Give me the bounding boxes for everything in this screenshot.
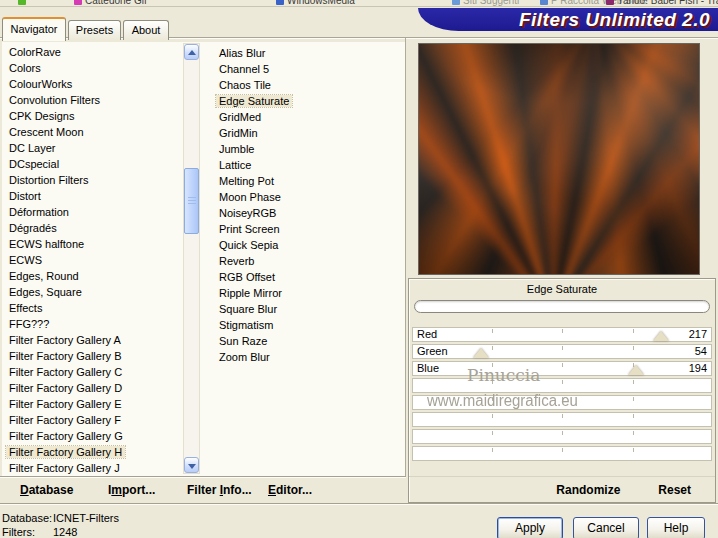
list-item[interactable]: Reverb — [216, 253, 402, 269]
list-item-label: Crescent Moon — [6, 126, 87, 138]
tab-presets[interactable]: Presets — [68, 20, 121, 40]
list-item[interactable]: Distort — [6, 188, 180, 204]
list-item[interactable]: Zoom Blur — [216, 349, 402, 365]
scrollbar-thumb[interactable] — [184, 168, 199, 234]
filter-info-button[interactable]: Filter Info... — [187, 483, 252, 497]
slider-track — [421, 379, 703, 392]
tab-navigator[interactable]: Navigator — [2, 17, 66, 41]
bookmark-item[interactable] — [18, 0, 29, 6]
slider-track — [421, 362, 703, 375]
list-item[interactable]: Edges, Round — [6, 268, 180, 284]
bookmark-item[interactable]: Cattedone Gif — [74, 0, 147, 6]
status-database-label: Database: — [2, 512, 53, 524]
slider-thumb-icon[interactable] — [473, 348, 489, 358]
list-item[interactable]: CPK Designs — [6, 108, 180, 124]
list-item[interactable]: Filter Factory Gallery C — [6, 364, 180, 380]
list-item[interactable]: Filter Factory Gallery E — [6, 396, 180, 412]
cancel-button[interactable]: Cancel — [573, 517, 639, 538]
list-item[interactable]: Edge Saturate — [216, 93, 402, 109]
list-item-label: Quick Sepia — [216, 239, 281, 251]
slider-tick — [492, 397, 493, 401]
list-item[interactable]: Filter Factory Gallery B — [6, 348, 180, 364]
editor-button[interactable]: Editor... — [268, 483, 312, 497]
list-item[interactable]: FFG??? — [6, 316, 180, 332]
list-item[interactable]: Stigmatism — [216, 317, 402, 333]
app-title: Filters Unlimited 2.0 — [519, 10, 710, 29]
list-item[interactable]: ColourWorks — [6, 76, 180, 92]
tab-about[interactable]: About — [123, 20, 169, 40]
panel-button-strip: Randomize Reset — [409, 476, 715, 502]
category-list-scrollbar[interactable] — [183, 43, 200, 474]
randomize-button[interactable]: Randomize — [556, 483, 620, 497]
list-item[interactable]: GridMin — [216, 125, 402, 141]
list-item-label: Zoom Blur — [216, 351, 273, 363]
list-item[interactable]: Déformation — [6, 204, 180, 220]
slider-row[interactable]: Green54 — [412, 344, 712, 359]
list-item[interactable]: Jumble — [216, 141, 402, 157]
list-item[interactable]: Edges, Square — [6, 284, 180, 300]
slider-thumb-icon[interactable] — [653, 331, 669, 341]
list-item[interactable]: Print Screen — [216, 221, 402, 237]
list-item[interactable]: Effects — [6, 300, 180, 316]
slider-row-empty — [412, 446, 712, 461]
slider-row[interactable]: Blue194 — [412, 361, 712, 376]
list-item[interactable]: Ripple Mirror — [216, 285, 402, 301]
list-item[interactable]: Sun Raze — [216, 333, 402, 349]
list-item[interactable]: Quick Sepia — [216, 237, 402, 253]
list-item[interactable]: Colors — [6, 60, 180, 76]
slider-rows: Red217Green54Blue194 — [412, 327, 712, 463]
scroll-up-button[interactable] — [184, 44, 199, 60]
list-item[interactable]: Crescent Moon — [6, 124, 180, 140]
list-item[interactable]: ECWS halftone — [6, 236, 180, 252]
list-item[interactable]: Alias Blur — [216, 45, 402, 61]
slider-tick — [562, 346, 563, 350]
slider-tick — [562, 431, 563, 435]
database-button[interactable]: Database — [20, 483, 73, 497]
slider-tick — [562, 448, 563, 452]
list-item[interactable]: Moon Phase — [216, 189, 402, 205]
list-item[interactable]: Filter Factory Gallery G — [6, 428, 180, 444]
list-item-label: RGB Offset — [216, 271, 278, 283]
panel-divider — [405, 38, 406, 503]
list-item[interactable]: Lattice — [216, 157, 402, 173]
list-item-label: Dégradés — [6, 222, 60, 234]
list-item[interactable]: DCspecial — [6, 156, 180, 172]
list-item-label: Square Blur — [216, 303, 280, 315]
list-item[interactable]: Square Blur — [216, 301, 402, 317]
reset-button[interactable]: Reset — [658, 483, 691, 497]
list-item[interactable]: NoiseyRGB — [216, 205, 402, 221]
list-item[interactable]: Dégradés — [6, 220, 180, 236]
list-item[interactable]: Filter Factory Gallery H — [6, 444, 180, 460]
list-item[interactable]: Melting Pot — [216, 173, 402, 189]
list-item-label: Distortion Filters — [6, 174, 91, 186]
list-item[interactable]: DC Layer — [6, 140, 180, 156]
list-item[interactable]: Filter Factory Gallery D — [6, 380, 180, 396]
list-item[interactable]: Channel 5 — [216, 61, 402, 77]
list-item[interactable]: ColorRave — [6, 44, 180, 60]
slider-row[interactable]: Red217 — [412, 327, 712, 342]
list-item-label: Chaos Tile — [216, 79, 274, 91]
list-item[interactable]: GridMed — [216, 109, 402, 125]
bookmark-item[interactable]: WindowsMedia — [276, 0, 355, 6]
list-item[interactable]: ECWS — [6, 252, 180, 268]
list-item-label: ECWS — [6, 254, 45, 266]
list-item[interactable]: Filter Factory Gallery J — [6, 460, 180, 476]
list-item[interactable]: Distortion Filters — [6, 172, 180, 188]
list-item[interactable]: RGB Offset — [216, 269, 402, 285]
import-button[interactable]: Import... — [108, 483, 155, 497]
slider-tick — [633, 346, 634, 350]
apply-button[interactable]: Apply — [497, 517, 563, 538]
help-button[interactable]: Help — [647, 517, 705, 538]
list-item[interactable]: Filter Factory Gallery A — [6, 332, 180, 348]
list-item-label: GridMed — [216, 111, 264, 123]
slider-thumb-icon[interactable] — [628, 365, 644, 375]
bookmark-item[interactable]: Siti Suggeriti — [452, 0, 519, 6]
slider-tick — [633, 397, 634, 401]
preview-art — [418, 43, 700, 275]
scroll-down-button[interactable] — [184, 457, 199, 473]
slider-tick — [492, 414, 493, 418]
bookmark-item[interactable]: Yahoo! Babel Fish - Tradutt... — [606, 0, 718, 6]
list-item[interactable]: Convolution Filters — [6, 92, 180, 108]
list-item[interactable]: Filter Factory Gallery F — [6, 412, 180, 428]
list-item[interactable]: Chaos Tile — [216, 77, 402, 93]
